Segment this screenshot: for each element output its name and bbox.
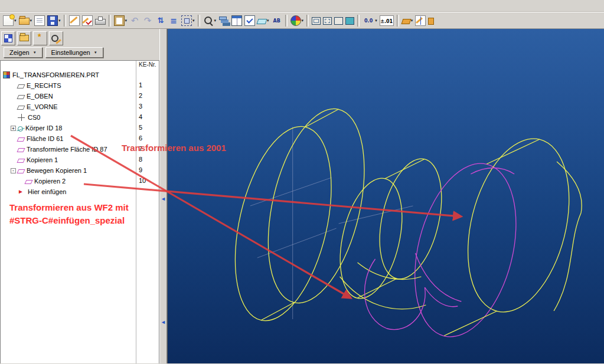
tree-item-transformierte-flaeche-id-87[interactable]: Transformierte Fläche ID 87 7	[1, 144, 159, 155]
edit-button[interactable]: ▾	[68, 13, 81, 28]
toolbar-button[interactable]: ▾	[396, 14, 400, 27]
collapse-arrow-icon[interactable]: ◄	[161, 196, 166, 202]
toolbar-button-icon	[312, 17, 321, 25]
toolbar-button-icon	[323, 17, 332, 25]
toolbar-button-icon	[168, 15, 179, 26]
navigator-search-button[interactable]	[49, 31, 63, 45]
collapse-arrow-icon[interactable]: ◄	[161, 320, 166, 325]
menu-info[interactable]	[48, 4, 58, 8]
menu-hilfe[interactable]	[96, 4, 105, 8]
annotation-plane-button[interactable]: ▾	[427, 13, 435, 28]
undo-button[interactable]: ▾	[128, 13, 141, 28]
tree-item-icon	[17, 148, 25, 152]
einstellungen-button[interactable]: Einstellungen ▼	[45, 47, 103, 58]
tree-item-icon	[24, 180, 32, 184]
menu-plott-mapkeys[interactable]	[77, 4, 86, 8]
chevron-down-icon: ▾	[214, 18, 217, 23]
hidden-line-button[interactable]: ▾	[322, 13, 333, 28]
wireframe-button[interactable]: ▾	[311, 13, 322, 28]
ke-column-header: KE-Nr.	[139, 61, 156, 68]
tree-item-bewegen-kopieren-1[interactable]: - Bewegen Kopieren 1 9	[1, 165, 159, 176]
navigator-panel: Zeigen ▼ Einstellungen ▼ KE-Nr.	[0, 29, 167, 363]
paste-button[interactable]: ▾	[113, 13, 129, 28]
datum-display-button[interactable]: ▾	[256, 13, 270, 28]
tree-expander[interactable]: +	[11, 126, 16, 131]
shaded-button[interactable]: ▾	[344, 13, 355, 28]
chevron-down-icon: ▾	[30, 18, 32, 23]
tree-item-ke-number: 4	[139, 113, 142, 120]
tree-item-ke-number: 6	[139, 135, 142, 142]
tree-item-e-vorne[interactable]: E_VORNE 3	[1, 101, 159, 112]
toolbar-button-icon	[3, 15, 14, 26]
tree-item-flaeche-id-61[interactable]: Fläche ID 61 6	[1, 133, 159, 144]
navigator-folder-button[interactable]	[17, 31, 31, 45]
regenerate-button[interactable]: ▾	[154, 13, 167, 28]
zoom-button[interactable]: ▾	[202, 13, 218, 28]
menu-editieren[interactable]	[11, 4, 20, 8]
toolbar-button[interactable]: ▾	[197, 14, 201, 27]
toolbar-button-icon	[244, 15, 255, 26]
datum-axis-button[interactable]: ▾	[414, 13, 427, 28]
copy-doc-button[interactable]: ▾	[33, 13, 46, 28]
menu-datei[interactable]	[1, 4, 11, 8]
toolbar-button-icon	[69, 15, 80, 26]
tree-item-e-rechts[interactable]: E_RECHTS 1	[1, 80, 159, 91]
sketch-display-button[interactable]: ▾	[401, 13, 414, 28]
tree-item-e-oben[interactable]: E_OBEN 2	[1, 91, 159, 101]
select-button[interactable]: ▾	[180, 13, 196, 28]
toolbar-button-icon	[203, 15, 214, 26]
toolbar-button[interactable]: ▾	[305, 14, 310, 27]
graphics-viewport[interactable]	[167, 29, 604, 363]
open-button[interactable]: ▾	[18, 13, 34, 28]
navigator-model-tree-button[interactable]	[1, 31, 15, 45]
tree-item-cs0[interactable]: CS0 4	[1, 112, 159, 123]
tree-item-label: E_RECHTS	[27, 82, 61, 89]
tree-rows: FL_TRANSFORMIEREN.PRT E_RECHTS 1 E_OBEN …	[1, 70, 159, 197]
tolerance-button[interactable]: ±.01 ▾	[378, 13, 395, 28]
menu-einfuegen[interactable]	[30, 4, 39, 8]
new-button[interactable]: ▾	[2, 13, 18, 28]
toolbar-button[interactable]: ▾	[63, 14, 67, 27]
toolbar-button-icon	[181, 15, 192, 26]
menu-analyse[interactable]	[39, 4, 48, 8]
menu-ansicht[interactable]	[20, 4, 30, 8]
menu-tools[interactable]	[67, 4, 77, 8]
chevron-down-icon: ▾	[192, 18, 195, 23]
layers-button[interactable]: ▾	[217, 13, 230, 28]
panel-splitter[interactable]: ◄ ◄	[159, 29, 167, 363]
save-button[interactable]: ▾	[46, 13, 62, 28]
tree-item-kopieren-2[interactable]: Kopieren 2 10	[1, 176, 159, 186]
toolbar-button[interactable]: ▾	[107, 14, 112, 27]
navigator-favorites-button[interactable]	[33, 31, 47, 45]
tree-controls: Zeigen ▼ Einstellungen ▼	[4, 47, 103, 58]
tree-item-root-part[interactable]: FL_TRANSFORMIEREN.PRT	[1, 70, 159, 80]
tree-item-icon	[17, 169, 25, 173]
tree-item-kopieren-1[interactable]: Kopieren 1 8	[1, 155, 159, 165]
view-manager-button[interactable]: ▾	[230, 13, 243, 28]
tree-item-ke-number: 3	[139, 103, 142, 110]
dim-display-button[interactable]: 0.0 ▾	[361, 13, 378, 28]
tree-item-ke-number: 5	[139, 124, 142, 131]
print-button[interactable]: ▾	[94, 13, 107, 28]
toolbar-button[interactable]: ▾	[356, 14, 361, 27]
tree-item-label: CS0	[28, 114, 40, 121]
annotation-display-button[interactable]: AB ▾	[270, 13, 283, 28]
tree-item-icon	[18, 126, 23, 132]
toolbar-button-icon: AB	[272, 15, 282, 26]
appearance-button[interactable]: ▾	[289, 13, 305, 28]
tree-item-koerper-id-18[interactable]: + Körper ID 18 5	[1, 123, 159, 133]
tree-item-icon	[18, 188, 25, 196]
menu-fenster[interactable]	[86, 4, 96, 8]
saved-views-button[interactable]: ▾	[243, 13, 256, 28]
toolbar-button[interactable]: ▾	[284, 14, 289, 27]
redo-button[interactable]: ▾	[141, 13, 154, 28]
tree-item-hier-einfuegen[interactable]: Hier einfügen	[1, 186, 159, 197]
menu-applikationen[interactable]	[58, 4, 67, 8]
zeigen-button[interactable]: Zeigen ▼	[4, 47, 43, 58]
approve-button[interactable]: ▾	[81, 13, 94, 28]
chevron-down-icon: ▾	[267, 18, 269, 23]
chevron-down-icon: ▼	[94, 50, 97, 55]
regen-manager-button[interactable]: ▾	[167, 13, 180, 28]
tree-expander[interactable]: -	[11, 168, 16, 173]
no-hidden-button[interactable]: ▾	[333, 13, 344, 28]
